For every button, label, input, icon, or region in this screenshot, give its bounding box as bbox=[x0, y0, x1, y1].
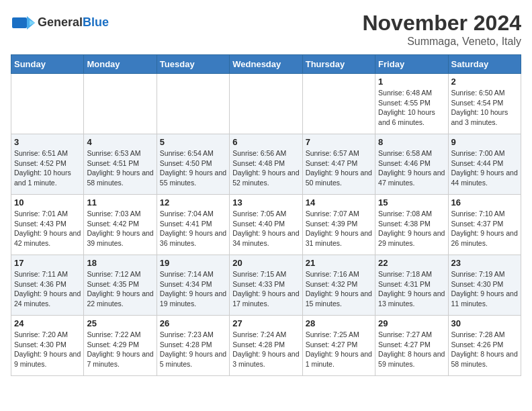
calendar-cell: 27Sunrise: 7:24 AM Sunset: 4:28 PM Dayli… bbox=[230, 316, 302, 376]
day-number: 18 bbox=[87, 258, 153, 268]
day-info: Sunrise: 6:48 AM Sunset: 4:55 PM Dayligh… bbox=[378, 88, 445, 128]
day-number: 14 bbox=[306, 197, 372, 208]
calendar-cell: 11Sunrise: 7:03 AM Sunset: 4:42 PM Dayli… bbox=[84, 195, 157, 255]
day-info: Sunrise: 7:18 AM Sunset: 4:31 PM Dayligh… bbox=[378, 269, 445, 309]
day-info: Sunrise: 7:01 AM Sunset: 4:43 PM Dayligh… bbox=[14, 209, 81, 248]
weekday-header-wednesday: Wednesday bbox=[230, 55, 302, 74]
day-number: 26 bbox=[160, 318, 226, 328]
day-number: 8 bbox=[378, 137, 445, 147]
day-info: Sunrise: 7:24 AM Sunset: 4:28 PM Dayligh… bbox=[232, 330, 299, 369]
calendar-cell bbox=[84, 74, 157, 134]
day-number: 30 bbox=[451, 318, 518, 328]
location: Summaga, Veneto, Italy bbox=[362, 36, 521, 48]
calendar-cell: 20Sunrise: 7:15 AM Sunset: 4:33 PM Dayli… bbox=[230, 255, 302, 316]
logo-blue: Blue bbox=[83, 15, 109, 29]
day-number: 28 bbox=[306, 318, 372, 328]
calendar-cell: 29Sunrise: 7:27 AM Sunset: 4:27 PM Dayli… bbox=[375, 316, 448, 376]
day-number: 16 bbox=[451, 197, 518, 208]
day-info: Sunrise: 7:04 AM Sunset: 4:41 PM Dayligh… bbox=[160, 209, 226, 248]
day-number: 15 bbox=[378, 197, 445, 208]
day-info: Sunrise: 6:58 AM Sunset: 4:46 PM Dayligh… bbox=[378, 148, 445, 188]
month-title: November 2024 bbox=[362, 11, 521, 36]
day-number: 13 bbox=[232, 197, 299, 208]
title-area: November 2024 Summaga, Veneto, Italy bbox=[362, 11, 521, 48]
day-number: 4 bbox=[87, 137, 153, 147]
day-number: 23 bbox=[451, 258, 518, 268]
day-info: Sunrise: 7:25 AM Sunset: 4:27 PM Dayligh… bbox=[306, 330, 372, 369]
calendar-cell bbox=[11, 74, 84, 134]
day-number: 20 bbox=[232, 258, 299, 268]
day-info: Sunrise: 6:57 AM Sunset: 4:47 PM Dayligh… bbox=[306, 148, 372, 188]
day-info: Sunrise: 7:15 AM Sunset: 4:33 PM Dayligh… bbox=[232, 269, 299, 309]
calendar-cell: 2Sunrise: 6:50 AM Sunset: 4:54 PM Daylig… bbox=[448, 74, 521, 134]
day-info: Sunrise: 6:53 AM Sunset: 4:51 PM Dayligh… bbox=[87, 148, 153, 188]
calendar-cell: 5Sunrise: 6:54 AM Sunset: 4:50 PM Daylig… bbox=[157, 134, 229, 195]
day-number: 5 bbox=[160, 137, 226, 147]
svg-rect-0 bbox=[12, 17, 27, 28]
calendar-cell bbox=[157, 74, 229, 134]
day-number: 24 bbox=[14, 318, 81, 328]
logo-icon bbox=[11, 11, 35, 35]
day-info: Sunrise: 7:07 AM Sunset: 4:39 PM Dayligh… bbox=[306, 209, 372, 248]
day-info: Sunrise: 7:00 AM Sunset: 4:44 PM Dayligh… bbox=[451, 148, 518, 188]
calendar-cell bbox=[230, 74, 302, 134]
weekday-header-friday: Friday bbox=[375, 55, 448, 74]
day-number: 9 bbox=[451, 137, 518, 147]
calendar-cell: 24Sunrise: 7:20 AM Sunset: 4:30 PM Dayli… bbox=[11, 316, 84, 376]
day-info: Sunrise: 7:10 AM Sunset: 4:37 PM Dayligh… bbox=[451, 209, 518, 248]
weekday-header-thursday: Thursday bbox=[302, 55, 375, 74]
day-info: Sunrise: 6:56 AM Sunset: 4:48 PM Dayligh… bbox=[232, 148, 299, 188]
day-info: Sunrise: 7:22 AM Sunset: 4:29 PM Dayligh… bbox=[87, 330, 153, 369]
day-info: Sunrise: 7:20 AM Sunset: 4:30 PM Dayligh… bbox=[14, 330, 81, 369]
calendar-cell: 14Sunrise: 7:07 AM Sunset: 4:39 PM Dayli… bbox=[302, 195, 375, 255]
calendar-cell: 28Sunrise: 7:25 AM Sunset: 4:27 PM Dayli… bbox=[302, 316, 375, 376]
weekday-header-tuesday: Tuesday bbox=[157, 55, 229, 74]
day-info: Sunrise: 7:08 AM Sunset: 4:38 PM Dayligh… bbox=[378, 209, 445, 248]
day-info: Sunrise: 7:27 AM Sunset: 4:27 PM Dayligh… bbox=[378, 330, 445, 369]
day-info: Sunrise: 6:51 AM Sunset: 4:52 PM Dayligh… bbox=[14, 148, 81, 188]
day-info: Sunrise: 7:12 AM Sunset: 4:35 PM Dayligh… bbox=[87, 269, 153, 309]
calendar-cell: 30Sunrise: 7:28 AM Sunset: 4:26 PM Dayli… bbox=[448, 316, 521, 376]
day-number: 21 bbox=[306, 258, 372, 268]
day-info: Sunrise: 7:19 AM Sunset: 4:30 PM Dayligh… bbox=[451, 269, 518, 309]
day-info: Sunrise: 6:50 AM Sunset: 4:54 PM Dayligh… bbox=[451, 88, 518, 128]
calendar-cell: 15Sunrise: 7:08 AM Sunset: 4:38 PM Dayli… bbox=[375, 195, 448, 255]
calendar-cell: 16Sunrise: 7:10 AM Sunset: 4:37 PM Dayli… bbox=[448, 195, 521, 255]
day-info: Sunrise: 7:05 AM Sunset: 4:40 PM Dayligh… bbox=[232, 209, 299, 248]
day-number: 12 bbox=[160, 197, 226, 208]
calendar-cell bbox=[302, 74, 375, 134]
calendar-cell: 13Sunrise: 7:05 AM Sunset: 4:40 PM Dayli… bbox=[230, 195, 302, 255]
day-number: 22 bbox=[378, 258, 445, 268]
calendar-cell: 22Sunrise: 7:18 AM Sunset: 4:31 PM Dayli… bbox=[375, 255, 448, 316]
header: GeneralBlue November 2024 Summaga, Venet… bbox=[11, 11, 521, 48]
logo: GeneralBlue bbox=[11, 11, 109, 35]
day-number: 25 bbox=[87, 318, 153, 328]
day-number: 10 bbox=[14, 197, 81, 208]
calendar-cell: 25Sunrise: 7:22 AM Sunset: 4:29 PM Dayli… bbox=[84, 316, 157, 376]
calendar-header: SundayMondayTuesdayWednesdayThursdayFrid… bbox=[11, 55, 521, 74]
calendar-cell: 9Sunrise: 7:00 AM Sunset: 4:44 PM Daylig… bbox=[448, 134, 521, 195]
calendar-cell: 26Sunrise: 7:23 AM Sunset: 4:28 PM Dayli… bbox=[157, 316, 229, 376]
day-info: Sunrise: 7:23 AM Sunset: 4:28 PM Dayligh… bbox=[160, 330, 226, 369]
day-number: 6 bbox=[232, 137, 299, 147]
calendar-cell: 17Sunrise: 7:11 AM Sunset: 4:36 PM Dayli… bbox=[11, 255, 84, 316]
day-info: Sunrise: 7:16 AM Sunset: 4:32 PM Dayligh… bbox=[306, 269, 372, 309]
calendar-cell: 19Sunrise: 7:14 AM Sunset: 4:34 PM Dayli… bbox=[157, 255, 229, 316]
calendar-cell: 10Sunrise: 7:01 AM Sunset: 4:43 PM Dayli… bbox=[11, 195, 84, 255]
day-number: 19 bbox=[160, 258, 226, 268]
calendar-cell: 21Sunrise: 7:16 AM Sunset: 4:32 PM Dayli… bbox=[302, 255, 375, 316]
calendar-cell: 4Sunrise: 6:53 AM Sunset: 4:51 PM Daylig… bbox=[84, 134, 157, 195]
calendar-cell: 1Sunrise: 6:48 AM Sunset: 4:55 PM Daylig… bbox=[375, 74, 448, 134]
calendar-table: SundayMondayTuesdayWednesdayThursdayFrid… bbox=[11, 54, 521, 376]
day-number: 29 bbox=[378, 318, 445, 328]
day-info: Sunrise: 7:11 AM Sunset: 4:36 PM Dayligh… bbox=[14, 269, 81, 309]
calendar-cell: 7Sunrise: 6:57 AM Sunset: 4:47 PM Daylig… bbox=[302, 134, 375, 195]
day-info: Sunrise: 7:03 AM Sunset: 4:42 PM Dayligh… bbox=[87, 209, 153, 248]
day-number: 11 bbox=[87, 197, 153, 208]
calendar-cell: 3Sunrise: 6:51 AM Sunset: 4:52 PM Daylig… bbox=[11, 134, 84, 195]
calendar-cell: 12Sunrise: 7:04 AM Sunset: 4:41 PM Dayli… bbox=[157, 195, 229, 255]
weekday-header-monday: Monday bbox=[84, 55, 157, 74]
day-number: 3 bbox=[14, 137, 81, 147]
day-number: 2 bbox=[451, 77, 518, 87]
day-info: Sunrise: 6:54 AM Sunset: 4:50 PM Dayligh… bbox=[160, 148, 226, 188]
